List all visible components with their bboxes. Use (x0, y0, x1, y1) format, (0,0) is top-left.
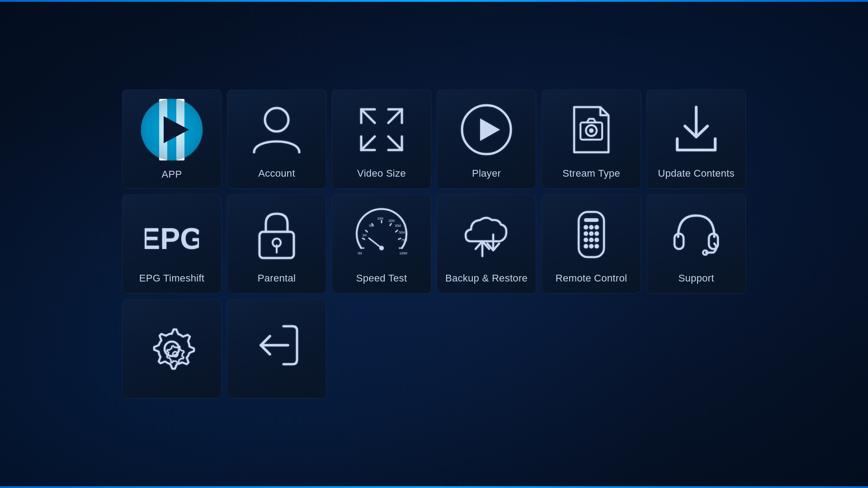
account-item[interactable]: Account (227, 89, 326, 189)
player-item[interactable]: Player (437, 89, 536, 189)
support-label: Support (678, 272, 714, 284)
svg-text:30M: 30M (395, 224, 401, 227)
epg-icon-area: EPG (145, 204, 199, 265)
update-contents-icon-area (669, 99, 723, 160)
svg-line-31 (365, 230, 368, 232)
stream-type-item[interactable]: Stream Type (542, 89, 641, 189)
logout-icon (250, 318, 304, 372)
parental-label: Parental (258, 272, 296, 284)
remote-control-label: Remote Control (556, 272, 627, 284)
account-label: Account (258, 168, 295, 179)
app-label: APP (162, 169, 182, 180)
app-icon (140, 98, 203, 161)
stream-type-icon-area (564, 99, 618, 160)
svg-line-12 (388, 109, 402, 123)
parental-item[interactable]: Parental (227, 194, 326, 294)
svg-line-9 (361, 109, 375, 123)
account-icon (250, 103, 304, 157)
epg-timeshift-item[interactable]: EPG EPG Timeshift (122, 194, 222, 294)
stream-type-icon (564, 103, 618, 157)
svg-point-56 (589, 231, 594, 236)
parental-icon (250, 207, 304, 262)
update-contents-item[interactable]: Update Contents (646, 89, 746, 189)
settings-item[interactable] (122, 299, 222, 399)
svg-text:5M: 5M (369, 224, 373, 227)
svg-point-61 (584, 244, 588, 249)
svg-point-63 (594, 244, 599, 249)
svg-line-30 (362, 238, 365, 239)
settings-grid: APP Account (122, 89, 746, 399)
svg-point-23 (589, 128, 594, 133)
speed-test-icon-area: 0M 1M 5M 10M 20M 30M 50M 75M 100M (354, 204, 409, 265)
player-label: Player (472, 168, 501, 179)
svg-line-15 (361, 136, 375, 150)
svg-text:EPG: EPG (145, 222, 199, 255)
support-item[interactable]: Support (646, 194, 746, 294)
settings-icon-area (145, 309, 199, 382)
svg-point-57 (594, 231, 599, 236)
svg-text:10M: 10M (377, 217, 383, 220)
svg-point-58 (584, 238, 588, 242)
svg-point-53 (589, 225, 594, 230)
epg-timeshift-label: EPG Timeshift (139, 272, 205, 284)
speed-test-item[interactable]: 0M 1M 5M 10M 20M 30M 50M 75M 100M Speed … (332, 194, 431, 294)
remote-control-item[interactable]: Remote Control (542, 194, 641, 294)
player-icon (459, 103, 514, 157)
epg-icon: EPG (145, 207, 199, 262)
svg-text:100M: 100M (399, 252, 407, 255)
settings-icon (145, 318, 199, 372)
svg-text:1M: 1M (362, 234, 367, 237)
logout-item[interactable] (227, 299, 326, 399)
backup-restore-label: Backup & Restore (445, 272, 528, 284)
account-icon-area (250, 99, 304, 160)
support-icon (669, 207, 723, 262)
svg-text:75M: 75M (401, 239, 407, 242)
backup-restore-icon-area (459, 204, 514, 265)
svg-text:20M: 20M (388, 219, 395, 222)
svg-line-34 (390, 223, 392, 226)
video-size-label: Video Size (357, 168, 406, 179)
svg-point-62 (589, 244, 594, 249)
svg-line-47 (369, 238, 382, 248)
support-icon-area (669, 204, 723, 265)
svg-point-59 (589, 238, 594, 242)
stream-type-label: Stream Type (562, 168, 620, 179)
app-icon-area (140, 98, 203, 161)
svg-text:0M: 0M (358, 252, 362, 255)
video-size-icon (354, 103, 409, 157)
backup-restore-icon (459, 207, 514, 262)
svg-text:50M: 50M (399, 231, 405, 234)
svg-point-54 (594, 225, 599, 230)
video-size-item[interactable]: Video Size (332, 89, 431, 189)
parental-icon-area (250, 204, 304, 265)
speed-test-icon: 0M 1M 5M 10M 20M 30M 50M 75M 100M (354, 207, 409, 262)
update-contents-icon (669, 103, 723, 157)
video-size-icon-area (354, 99, 409, 160)
svg-line-36 (398, 238, 401, 239)
svg-point-60 (594, 238, 599, 242)
svg-point-55 (584, 231, 588, 236)
svg-marker-20 (480, 118, 500, 141)
logout-icon-area (250, 309, 304, 382)
app-item[interactable]: APP (122, 89, 222, 189)
svg-point-52 (584, 225, 588, 230)
svg-line-35 (396, 230, 398, 232)
backup-restore-item[interactable]: Backup & Restore (437, 194, 536, 294)
remote-control-icon-area (564, 204, 618, 265)
update-contents-label: Update Contents (658, 168, 735, 179)
svg-point-6 (265, 108, 288, 131)
svg-point-48 (379, 246, 384, 250)
speed-test-label: Speed Test (356, 272, 407, 284)
svg-rect-64 (584, 218, 599, 222)
svg-line-18 (388, 136, 402, 150)
remote-control-icon (564, 207, 618, 262)
player-icon-area (459, 99, 514, 160)
